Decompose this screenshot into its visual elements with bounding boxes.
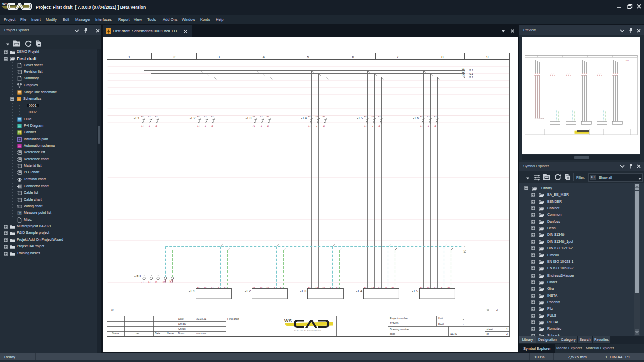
svg-text:3: 3 (218, 55, 220, 59)
svg-text:-F4: -F4 (301, 116, 307, 120)
svg-text:1: 1 (308, 116, 311, 117)
svg-text:2: 2 (364, 125, 367, 127)
svg-text:2: 2 (141, 125, 144, 127)
svg-text:8: 8 (441, 55, 443, 59)
svg-text:2: 2 (260, 287, 263, 288)
svg-text:3: 3 (155, 281, 158, 283)
svg-text:2: 2 (253, 125, 255, 127)
svg-text:5: 5 (434, 116, 437, 117)
svg-text:5: 5 (448, 287, 450, 288)
svg-text:5: 5 (378, 116, 381, 117)
svg-text:4: 4 (316, 125, 318, 127)
svg-text:DIN 81346: DIN 81346 (196, 332, 207, 335)
svg-text:Date: Date (178, 317, 184, 320)
svg-text:1: 1 (420, 116, 423, 117)
svg-text:5: 5 (392, 287, 394, 288)
svg-text:4: 4 (260, 125, 263, 127)
svg-text:Norm: Norm (178, 332, 185, 335)
svg-text:3: 3 (204, 116, 207, 117)
svg-text:30.03.21: 30.03.21 (196, 317, 206, 320)
svg-text:2: 2 (427, 287, 430, 288)
svg-text:5: 5 (224, 287, 227, 288)
svg-text:1: 1 (364, 116, 367, 117)
svg-text:-F2: -F2 (189, 116, 196, 120)
svg-text:2: 2 (173, 55, 175, 59)
svg-text:3: 3 (148, 116, 151, 117)
svg-text:/2.1: /2.1 (469, 69, 474, 72)
svg-text:1: 1 (308, 287, 311, 288)
svg-text:1: 1 (364, 287, 367, 288)
svg-text:2: 2 (197, 125, 200, 127)
svg-text:1: 1 (506, 328, 508, 331)
svg-text:-E3: -E3 (300, 289, 307, 293)
svg-text:-X0: -X0 (134, 274, 141, 278)
svg-text:-E4: -E4 (356, 289, 363, 293)
svg-text:123456: 123456 (390, 322, 398, 325)
svg-text:2: 2 (316, 287, 318, 288)
svg-text:1: 1 (420, 287, 423, 288)
svg-text:31: 31 (18, 212, 21, 215)
svg-text:-F3: -F3 (245, 116, 252, 120)
svg-text:Drawing number: Drawing number (390, 328, 409, 331)
svg-text:1: 1 (253, 287, 255, 288)
svg-text:5: 5 (307, 55, 309, 59)
svg-text:sheet: sheet (487, 328, 493, 331)
svg-text:2: 2 (506, 332, 508, 335)
svg-text:Date: Date (155, 332, 160, 335)
svg-text:Field: Field (438, 323, 444, 326)
svg-text:3: 3 (260, 116, 263, 117)
svg-text:4: 4 (441, 287, 443, 288)
svg-text:-E1: -E1 (188, 289, 195, 293)
svg-text:abcs: abcs (390, 332, 395, 335)
svg-text:6: 6 (267, 125, 269, 127)
svg-text:L3: L3 (462, 74, 465, 77)
svg-text:PE: PE (169, 279, 172, 283)
svg-text:rev.: rev. (136, 332, 140, 335)
svg-text:2: 2 (372, 287, 374, 288)
svg-text:4: 4 (204, 125, 207, 127)
svg-text:2: 2 (204, 287, 207, 288)
svg-text:/2.1: /2.1 (469, 72, 474, 75)
svg-text:4: 4 (148, 125, 151, 127)
svg-text:WS: WS (2, 2, 8, 6)
svg-text:1: 1 (197, 287, 200, 288)
svg-text:6: 6 (352, 55, 354, 59)
svg-text:-F1: -F1 (133, 116, 140, 120)
svg-text:Project number: Project number (390, 317, 408, 320)
svg-text:Name: Name (167, 332, 174, 335)
svg-text:5: 5 (336, 287, 339, 288)
svg-text:-E5: -E5 (412, 289, 419, 293)
svg-text:3: 3 (427, 116, 430, 117)
svg-text:ELECTRICAL ENGINEERING: ELECTRICAL ENGINEERING (294, 330, 321, 332)
svg-text:Unit: Unit (438, 317, 443, 320)
svg-text:5: 5 (267, 116, 269, 117)
svg-text:L2: L2 (462, 71, 465, 73)
svg-text:4: 4 (263, 55, 265, 59)
svg-text:6: 6 (155, 125, 158, 127)
svg-text:3: 3 (434, 287, 437, 288)
svg-text:4: 4 (372, 125, 374, 127)
svg-text:WS: WS (284, 318, 292, 323)
svg-text:N: N (464, 246, 466, 247)
svg-text:5: 5 (323, 116, 325, 117)
svg-text:+: + (463, 323, 464, 326)
svg-text:1: 1 (253, 116, 255, 117)
svg-text:3: 3 (211, 287, 214, 288)
svg-text:4: 4 (385, 287, 388, 288)
svg-text:of: of (111, 308, 114, 311)
svg-text:6: 6 (378, 125, 381, 127)
svg-text:4: 4 (274, 287, 276, 288)
svg-text:6: 6 (211, 125, 214, 127)
svg-text:6: 6 (323, 125, 325, 127)
svg-text:1: 1 (141, 281, 144, 283)
svg-text:/2.1: /2.1 (469, 76, 474, 79)
svg-text:1: 1 (141, 116, 144, 117)
svg-text:3: 3 (323, 287, 325, 288)
svg-text:L1: L1 (462, 68, 465, 70)
svg-text:2: 2 (148, 281, 151, 283)
svg-text:First draft: First draft (227, 317, 239, 320)
svg-text:Drn By: Drn By (178, 322, 186, 325)
svg-text:2: 2 (308, 125, 311, 127)
svg-text:4: 4 (427, 125, 430, 127)
svg-text:-E2: -E2 (244, 289, 251, 293)
